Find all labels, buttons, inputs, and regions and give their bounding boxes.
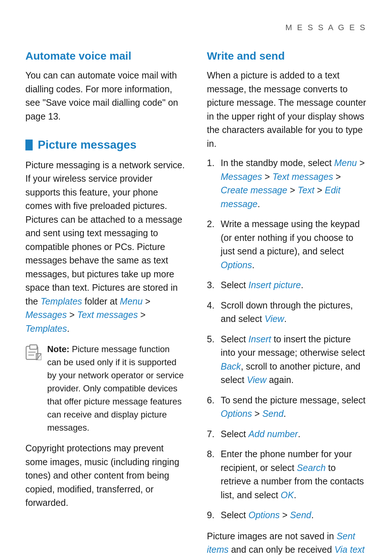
svg-rect-1 [30, 345, 37, 349]
automate-body: You can can automate voice mail with dia… [25, 69, 185, 123]
right-column: Write and send When a picture is added t… [207, 48, 367, 556]
step-2-text: Write a message using the keypad (or ent… [221, 217, 367, 272]
picture-messages-section: Picture messages Picture messaging is a … [25, 136, 185, 509]
step-6-number: 6. [207, 394, 217, 421]
left-column: Automate voice mail You can can automate… [25, 48, 185, 556]
step-8-number: 8. [207, 447, 217, 502]
step-5: 5. Select Insert to insert the picture i… [207, 333, 367, 387]
step-7: 7. Select Add number. [207, 427, 367, 441]
step-9-text: Select Options > Send. [221, 508, 314, 522]
step-4-text: Scroll down through the pictures, and se… [221, 299, 367, 326]
blue-box-icon [25, 140, 33, 150]
write-and-send-section: Write and send When a picture is added t… [207, 48, 367, 151]
step-5-text: Select Insert to insert the picture into… [221, 333, 367, 387]
step-3-text: Select Insert picture. [221, 278, 303, 292]
copyright-body: Copyright protections may prevent some i… [25, 442, 185, 510]
step-2: 2. Write a message using the keypad (or … [207, 217, 367, 272]
svg-line-5 [36, 354, 41, 360]
picture-messages-title: Picture messages [38, 136, 136, 153]
page-header: M e s s a g e s [25, 22, 367, 33]
step-8-text: Enter the phone number for your recipien… [221, 447, 367, 502]
step-1: 1. In the standby mode, select Menu > Me… [207, 156, 367, 211]
step-9-number: 9. [207, 508, 217, 522]
write-and-send-title: Write and send [207, 48, 367, 64]
step-5-number: 5. [207, 333, 217, 387]
step-9: 9. Select Options > Send. [207, 508, 367, 522]
footer-note: Picture images are not saved in Sent ite… [207, 529, 367, 556]
step-7-text: Select Add number. [221, 427, 301, 441]
step-4-number: 4. [207, 299, 217, 326]
step-3-number: 3. [207, 278, 217, 292]
automate-title: Automate voice mail [25, 48, 185, 64]
step-1-number: 1. [207, 156, 217, 211]
write-intro: When a picture is added to a text messag… [207, 69, 367, 150]
step-1-text: In the standby mode, select Menu > Messa… [221, 156, 367, 211]
step-2-number: 2. [207, 217, 217, 272]
step-7-number: 7. [207, 427, 217, 441]
step-8: 8. Enter the phone number for your recip… [207, 447, 367, 502]
steps-list: 1. In the standby mode, select Menu > Me… [207, 156, 367, 522]
step-4: 4. Scroll down through the pictures, and… [207, 299, 367, 326]
automate-section: Automate voice mail You can can automate… [25, 48, 185, 124]
picture-messages-heading: Picture messages [25, 136, 185, 153]
step-6-text: To send the picture message, select Opti… [221, 394, 367, 421]
picture-body1: Picture messaging is a network service. … [25, 158, 185, 336]
note-box: Note: Picture message function can be us… [25, 343, 185, 434]
note-icon [25, 344, 41, 360]
step-6: 6. To send the picture message, select O… [207, 394, 367, 421]
note-text: Note: Picture message function can be us… [47, 343, 185, 434]
step-3: 3. Select Insert picture. [207, 278, 367, 292]
